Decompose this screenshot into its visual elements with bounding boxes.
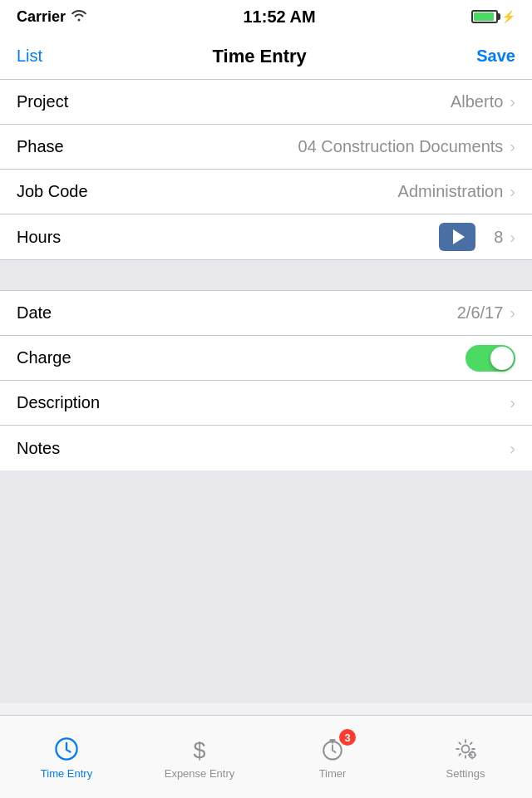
project-row[interactable]: Project Alberto › (0, 80, 532, 125)
toggle-knob (490, 347, 514, 370)
notes-chevron: › (510, 439, 515, 458)
save-button[interactable]: Save (476, 47, 515, 66)
section-gap (0, 259, 532, 291)
phase-chevron: › (510, 137, 515, 156)
battery-icon (471, 10, 498, 23)
jobcode-label: Job Code (17, 182, 125, 201)
hours-label: Hours (17, 228, 125, 247)
clock-icon (52, 734, 81, 764)
list-button[interactable]: List (17, 47, 42, 66)
clock-icon-wrap (50, 734, 83, 764)
notes-label: Notes (17, 439, 125, 458)
settings-icon-wrap (449, 734, 482, 764)
description-row[interactable]: Description › (0, 381, 532, 426)
jobcode-row[interactable]: Job Code Administration › (0, 170, 532, 214)
project-chevron: › (510, 92, 515, 111)
phase-row[interactable]: Phase 04 Construction Documents › (0, 125, 532, 170)
tab-time-entry[interactable]: Time Entry (17, 734, 116, 780)
charge-row[interactable]: Charge (0, 336, 532, 381)
description-label: Description (17, 393, 125, 412)
hours-chevron: › (510, 228, 515, 247)
content-area (0, 470, 532, 703)
section-2: Date 2/6/17 › Charge Description › Notes… (0, 291, 532, 470)
nav-title: Time Entry (213, 46, 307, 67)
svg-text:$: $ (193, 738, 205, 763)
jobcode-chevron: › (510, 182, 515, 201)
dollar-icon: $ (185, 734, 214, 764)
tab-bar: Time Entry $ Expense Entry 3 Timer (0, 715, 532, 798)
tab-settings-label: Settings (446, 767, 485, 780)
project-value: Alberto (125, 92, 503, 111)
charge-toggle[interactable] (466, 345, 515, 372)
carrier-label: Carrier (17, 8, 66, 26)
play-button[interactable] (439, 223, 475, 251)
wifi-icon (71, 8, 87, 25)
date-label: Date (17, 303, 125, 323)
tab-timer-label: Timer (319, 767, 347, 780)
charge-label: Charge (17, 348, 125, 367)
date-row[interactable]: Date 2/6/17 › (0, 291, 532, 336)
tab-timer[interactable]: 3 Timer (283, 734, 382, 780)
hours-row[interactable]: Hours 8 › (0, 214, 532, 259)
tab-settings[interactable]: Settings (416, 734, 515, 780)
phase-label: Phase (17, 137, 125, 156)
settings-icon (451, 734, 480, 764)
svg-point-3 (462, 746, 470, 753)
tab-expense-entry[interactable]: $ Expense Entry (150, 734, 249, 780)
tab-time-entry-label: Time Entry (41, 767, 92, 780)
section-1: Project Alberto › Phase 04 Construction … (0, 80, 532, 259)
jobcode-value: Administration (125, 182, 503, 201)
tab-expense-label: Expense Entry (165, 767, 235, 780)
phase-value: 04 Construction Documents (125, 137, 503, 156)
status-bar: Carrier 11:52 AM ⚡ (0, 0, 532, 33)
dollar-icon-wrap: $ (183, 734, 216, 764)
hours-value: 8 (494, 228, 503, 247)
notes-row[interactable]: Notes › (0, 426, 532, 470)
date-value: 2/6/17 (125, 303, 503, 323)
status-time: 11:52 AM (243, 7, 315, 27)
timer-icon-wrap: 3 (316, 734, 349, 764)
play-triangle-icon (453, 229, 465, 244)
battery-container: ⚡ (471, 10, 515, 23)
timer-badge: 3 (339, 729, 356, 746)
date-chevron: › (510, 303, 515, 323)
description-chevron: › (510, 393, 515, 412)
bolt-icon: ⚡ (501, 10, 515, 23)
project-label: Project (17, 92, 125, 111)
nav-bar: List Time Entry Save (0, 33, 532, 80)
